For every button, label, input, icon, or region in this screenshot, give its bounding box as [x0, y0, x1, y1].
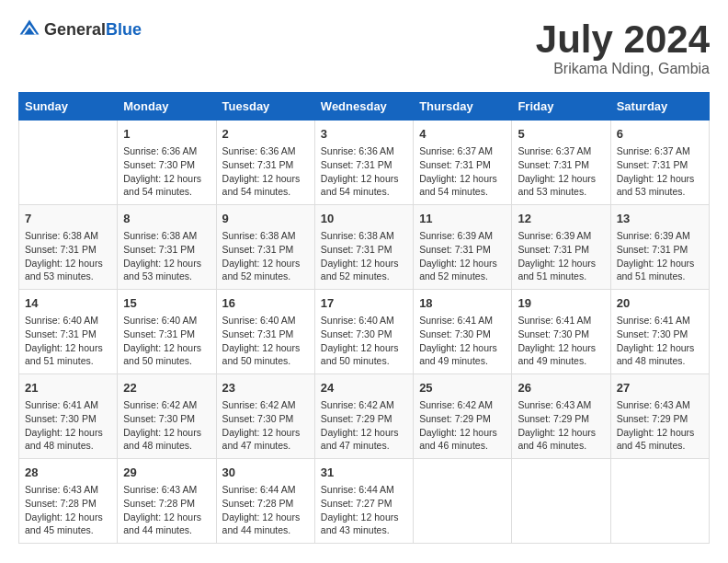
day-number: 17 [321, 295, 407, 312]
day-info: Sunrise: 6:42 AM Sunset: 7:29 PM Dayligh… [321, 398, 407, 453]
day-number: 20 [617, 295, 703, 312]
calendar-cell: 9Sunrise: 6:38 AM Sunset: 7:31 PM Daylig… [216, 205, 314, 290]
column-header-monday: Monday [118, 93, 216, 121]
day-info: Sunrise: 6:42 AM Sunset: 7:29 PM Dayligh… [419, 398, 506, 453]
day-info: Sunrise: 6:38 AM Sunset: 7:31 PM Dayligh… [222, 229, 309, 283]
day-info: Sunrise: 6:43 AM Sunset: 7:29 PM Dayligh… [617, 398, 703, 453]
calendar-title: July 2024 [536, 18, 710, 61]
day-info: Sunrise: 6:38 AM Sunset: 7:31 PM Dayligh… [25, 229, 111, 283]
day-number: 9 [222, 211, 309, 227]
day-info: Sunrise: 6:42 AM Sunset: 7:30 PM Dayligh… [222, 398, 309, 453]
calendar-week-row: 1Sunrise: 6:36 AM Sunset: 7:30 PM Daylig… [19, 121, 710, 205]
day-number: 28 [25, 465, 111, 481]
day-info: Sunrise: 6:39 AM Sunset: 7:31 PM Dayligh… [419, 229, 506, 283]
calendar-cell: 7Sunrise: 6:38 AM Sunset: 7:31 PM Daylig… [19, 205, 118, 290]
day-number: 11 [419, 211, 506, 227]
calendar-cell: 13Sunrise: 6:39 AM Sunset: 7:31 PM Dayli… [610, 205, 709, 290]
calendar-cell: 14Sunrise: 6:40 AM Sunset: 7:31 PM Dayli… [19, 290, 118, 374]
day-number: 12 [518, 211, 604, 227]
day-info: Sunrise: 6:41 AM Sunset: 7:30 PM Dayligh… [617, 314, 703, 368]
calendar-cell: 27Sunrise: 6:43 AM Sunset: 7:29 PM Dayli… [610, 374, 709, 459]
day-number: 4 [419, 126, 506, 143]
calendar-cell: 10Sunrise: 6:38 AM Sunset: 7:31 PM Dayli… [314, 205, 413, 290]
calendar-week-row: 28Sunrise: 6:43 AM Sunset: 7:28 PM Dayli… [19, 458, 710, 543]
calendar-cell [19, 121, 118, 205]
day-info: Sunrise: 6:37 AM Sunset: 7:31 PM Dayligh… [518, 144, 604, 199]
day-number: 6 [617, 126, 703, 143]
calendar-cell: 28Sunrise: 6:43 AM Sunset: 7:28 PM Dayli… [19, 458, 118, 543]
day-info: Sunrise: 6:42 AM Sunset: 7:30 PM Dayligh… [123, 398, 210, 453]
day-info: Sunrise: 6:40 AM Sunset: 7:31 PM Dayligh… [123, 314, 210, 368]
calendar-cell: 29Sunrise: 6:43 AM Sunset: 7:28 PM Dayli… [118, 458, 216, 543]
day-info: Sunrise: 6:39 AM Sunset: 7:31 PM Dayligh… [617, 229, 703, 283]
calendar-cell: 23Sunrise: 6:42 AM Sunset: 7:30 PM Dayli… [216, 374, 314, 459]
day-number: 31 [321, 465, 407, 481]
day-info: Sunrise: 6:39 AM Sunset: 7:31 PM Dayligh… [518, 229, 604, 283]
logo: GeneralBlue [18, 18, 142, 40]
day-number: 24 [321, 380, 407, 396]
calendar-cell: 18Sunrise: 6:41 AM Sunset: 7:30 PM Dayli… [414, 290, 512, 374]
calendar-cell: 1Sunrise: 6:36 AM Sunset: 7:30 PM Daylig… [118, 121, 216, 205]
calendar-cell: 11Sunrise: 6:39 AM Sunset: 7:31 PM Dayli… [414, 205, 512, 290]
calendar-cell: 17Sunrise: 6:40 AM Sunset: 7:30 PM Dayli… [314, 290, 413, 374]
calendar-week-row: 21Sunrise: 6:41 AM Sunset: 7:30 PM Dayli… [19, 374, 710, 459]
calendar-cell: 19Sunrise: 6:41 AM Sunset: 7:30 PM Dayli… [512, 290, 610, 374]
day-number: 22 [123, 380, 210, 396]
calendar-cell: 3Sunrise: 6:36 AM Sunset: 7:31 PM Daylig… [314, 121, 413, 205]
logo-text-blue: Blue [106, 20, 142, 39]
day-number: 21 [25, 380, 111, 396]
day-info: Sunrise: 6:43 AM Sunset: 7:28 PM Dayligh… [25, 483, 111, 537]
calendar-cell: 21Sunrise: 6:41 AM Sunset: 7:30 PM Dayli… [19, 374, 118, 459]
logo-text-general: General [44, 20, 106, 39]
day-number: 14 [25, 295, 111, 312]
day-info: Sunrise: 6:37 AM Sunset: 7:31 PM Dayligh… [419, 144, 506, 199]
day-number: 5 [518, 126, 604, 143]
day-number: 27 [617, 380, 703, 396]
day-number: 1 [123, 126, 210, 143]
day-number: 15 [123, 295, 210, 312]
day-info: Sunrise: 6:36 AM Sunset: 7:30 PM Dayligh… [123, 144, 210, 199]
page-header: GeneralBlue July 2024 Brikama Nding, Gam… [18, 18, 710, 77]
day-info: Sunrise: 6:38 AM Sunset: 7:31 PM Dayligh… [123, 229, 210, 283]
day-info: Sunrise: 6:38 AM Sunset: 7:31 PM Dayligh… [321, 229, 407, 283]
day-number: 23 [222, 380, 309, 396]
day-number: 19 [518, 295, 604, 312]
day-info: Sunrise: 6:44 AM Sunset: 7:28 PM Dayligh… [222, 483, 309, 537]
day-number: 25 [419, 380, 506, 396]
title-block: July 2024 Brikama Nding, Gambia [536, 18, 710, 77]
day-info: Sunrise: 6:43 AM Sunset: 7:29 PM Dayligh… [518, 398, 604, 453]
calendar-cell [610, 458, 709, 543]
day-info: Sunrise: 6:37 AM Sunset: 7:31 PM Dayligh… [617, 144, 703, 199]
calendar-cell: 2Sunrise: 6:36 AM Sunset: 7:31 PM Daylig… [216, 121, 314, 205]
day-number: 10 [321, 211, 407, 227]
day-number: 18 [419, 295, 506, 312]
day-info: Sunrise: 6:41 AM Sunset: 7:30 PM Dayligh… [25, 398, 111, 453]
logo-icon [18, 18, 40, 40]
day-number: 29 [123, 465, 210, 481]
calendar-table: SundayMondayTuesdayWednesdayThursdayFrid… [18, 92, 710, 544]
day-number: 13 [617, 211, 703, 227]
day-info: Sunrise: 6:44 AM Sunset: 7:27 PM Dayligh… [321, 483, 407, 537]
calendar-week-row: 14Sunrise: 6:40 AM Sunset: 7:31 PM Dayli… [19, 290, 710, 374]
calendar-cell: 8Sunrise: 6:38 AM Sunset: 7:31 PM Daylig… [118, 205, 216, 290]
day-info: Sunrise: 6:41 AM Sunset: 7:30 PM Dayligh… [518, 314, 604, 368]
calendar-cell: 16Sunrise: 6:40 AM Sunset: 7:31 PM Dayli… [216, 290, 314, 374]
calendar-cell: 22Sunrise: 6:42 AM Sunset: 7:30 PM Dayli… [118, 374, 216, 459]
calendar-cell: 4Sunrise: 6:37 AM Sunset: 7:31 PM Daylig… [414, 121, 512, 205]
column-header-thursday: Thursday [414, 93, 512, 121]
column-header-sunday: Sunday [19, 93, 118, 121]
calendar-cell: 5Sunrise: 6:37 AM Sunset: 7:31 PM Daylig… [512, 121, 610, 205]
column-header-saturday: Saturday [610, 93, 709, 121]
column-header-wednesday: Wednesday [314, 93, 413, 121]
calendar-cell [414, 458, 512, 543]
day-info: Sunrise: 6:40 AM Sunset: 7:31 PM Dayligh… [222, 314, 309, 368]
calendar-cell: 15Sunrise: 6:40 AM Sunset: 7:31 PM Dayli… [118, 290, 216, 374]
day-number: 7 [25, 211, 111, 227]
day-info: Sunrise: 6:43 AM Sunset: 7:28 PM Dayligh… [123, 483, 210, 537]
calendar-cell: 12Sunrise: 6:39 AM Sunset: 7:31 PM Dayli… [512, 205, 610, 290]
calendar-cell: 25Sunrise: 6:42 AM Sunset: 7:29 PM Dayli… [414, 374, 512, 459]
calendar-cell: 6Sunrise: 6:37 AM Sunset: 7:31 PM Daylig… [610, 121, 709, 205]
calendar-cell: 24Sunrise: 6:42 AM Sunset: 7:29 PM Dayli… [314, 374, 413, 459]
day-info: Sunrise: 6:40 AM Sunset: 7:30 PM Dayligh… [321, 314, 407, 368]
calendar-cell [512, 458, 610, 543]
